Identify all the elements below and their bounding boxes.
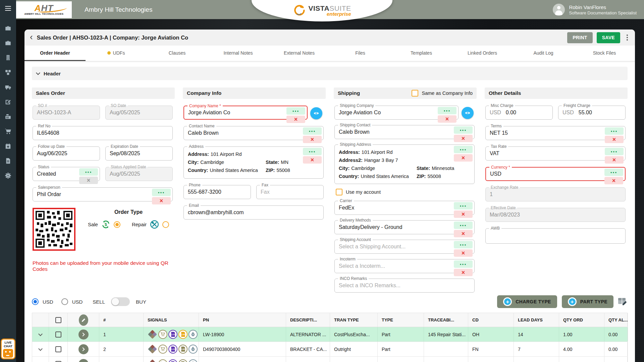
currency-radio-1[interactable] (32, 298, 39, 305)
currency-radio-2[interactable] (61, 298, 68, 305)
company-name-clear-button[interactable] (286, 116, 305, 123)
calendar-add-icon[interactable] (5, 143, 11, 149)
briefcase-alt-icon[interactable] (5, 40, 11, 46)
truck-icon[interactable] (5, 84, 11, 90)
status-field[interactable]: StatusCreated (33, 167, 100, 181)
shipping-contact-field[interactable]: Shipping ContactCaleb Brown (334, 125, 475, 139)
sell-buy-toggle[interactable] (111, 297, 130, 306)
tab-files[interactable]: Files (330, 46, 391, 61)
settings-icon[interactable] (5, 172, 11, 179)
back-button[interactable]: ‹ (29, 33, 36, 42)
edit-lines-button[interactable] (79, 314, 88, 326)
carrier-field[interactable]: CarrierFedEx (334, 201, 475, 215)
tab-linked-orders[interactable]: Linked Orders (452, 46, 513, 61)
contact-clear-button[interactable] (303, 136, 322, 143)
table-row[interactable]: 2 LCS LOR $ D4907003800400 BRACKET - CA.… (32, 342, 627, 357)
status-options-button[interactable] (79, 168, 98, 176)
shipping-company-options-button[interactable] (438, 107, 457, 114)
cubes-icon[interactable] (5, 69, 11, 76)
add-part-type-button[interactable]: + PART TYPE (562, 295, 613, 308)
carrier-options-button[interactable] (454, 202, 473, 209)
tab-order-header[interactable]: Order Header (24, 46, 86, 61)
terms-options-button[interactable] (605, 127, 624, 135)
company-name-options-button[interactable] (286, 107, 305, 115)
save-button[interactable]: SAVE (597, 32, 620, 43)
same-as-company-checkbox[interactable] (412, 90, 418, 97)
live-chat-button[interactable]: LIVECHAT (1, 339, 15, 359)
company-name-field[interactable]: Company Name *Jorge Aviation Co (183, 106, 308, 120)
email-field[interactable]: Emailcbrown@ambryhill.com (183, 205, 324, 220)
contact-name-field[interactable]: Contact NameCaleb Brown (183, 126, 324, 140)
contact-options-button[interactable] (303, 127, 322, 135)
follow-up-date-field[interactable]: Follow up DateAug/06/2025 (33, 146, 100, 161)
tax-rate-options-button[interactable] (605, 148, 624, 155)
row-checkbox[interactable] (55, 361, 61, 362)
delivery-methods-field[interactable]: Delivery MethodsSaturdayDelivery - Groun… (334, 220, 475, 234)
cart-icon[interactable] (5, 128, 11, 135)
header-section-expander[interactable]: Header (32, 67, 628, 80)
tax-rate-clear-button[interactable] (605, 156, 624, 164)
shipping-account-options-button[interactable] (454, 241, 473, 248)
table-row[interactable]: 3 LCS LOR $ AOG FEE EXPEDITE FEE... Char… (32, 357, 627, 362)
company-address-field[interactable]: Address Address:101 Airport Rd City:Camb… (183, 146, 324, 179)
tab-internal-notes[interactable]: Internal Notes (208, 46, 269, 61)
shipping-account-clear-button[interactable] (454, 249, 473, 257)
repair-radio[interactable] (162, 221, 169, 228)
terms-field[interactable]: TermsNET 15 (485, 126, 626, 140)
shipping-company-field[interactable]: Shipping CompanyJorge Aviation Co (334, 106, 459, 120)
shipping-company-clear-button[interactable] (438, 115, 457, 123)
tab-templates[interactable]: Templates (391, 46, 452, 61)
row-checkbox[interactable] (55, 331, 61, 338)
document-icon[interactable] (5, 158, 11, 164)
shipping-contact-clear-button[interactable] (454, 135, 473, 142)
ref-no-field[interactable]: Ref NoIL654608 (33, 126, 173, 140)
add-charge-type-button[interactable]: + CHARGE TYPE (497, 295, 557, 308)
misc-charge-field[interactable]: Misc Charge USD0.00 (485, 106, 553, 120)
delivery-clear-button[interactable] (454, 230, 473, 237)
use-my-account-checkbox[interactable] (336, 189, 342, 195)
phone-field[interactable]: Phone555-687-3200 (183, 185, 251, 199)
address-clear-button[interactable] (303, 156, 322, 164)
view-company-button[interactable] (310, 107, 322, 119)
delivery-options-button[interactable] (454, 222, 473, 229)
address-options-button[interactable] (303, 148, 322, 155)
cash-register-icon[interactable] (5, 113, 11, 120)
shipping-account-field[interactable]: Shipping AccountSelect a Shipping Accoun… (334, 240, 475, 254)
incoterm-field[interactable]: IncotermSelect a Incoterm... (334, 259, 475, 273)
fax-field[interactable]: FaxFax (256, 185, 324, 199)
tax-rate-field[interactable]: Tax RateVAT (485, 146, 626, 161)
open-line-button[interactable] (78, 344, 89, 354)
briefcase-icon[interactable] (5, 25, 11, 32)
row-checkbox[interactable] (55, 346, 61, 352)
expand-row-icon[interactable] (38, 347, 43, 351)
expand-row-icon[interactable] (38, 332, 43, 336)
carrier-clear-button[interactable] (454, 210, 473, 218)
menu-icon[interactable] (5, 5, 11, 12)
salesperson-field[interactable]: SalespersonPhil Ordar (33, 187, 173, 201)
select-all-checkbox[interactable] (55, 317, 61, 323)
currency-options-button[interactable] (604, 169, 623, 176)
shipping-address-clear-button[interactable] (454, 154, 473, 162)
more-menu-icon[interactable] (624, 34, 630, 41)
terms-clear-button[interactable] (605, 136, 624, 143)
tab-clauses[interactable]: Clauses (147, 46, 208, 61)
incoterm-clear-button[interactable] (454, 269, 473, 276)
salesperson-options-button[interactable] (152, 189, 171, 196)
tab-stock-files[interactable]: Stock Files (574, 46, 635, 61)
shipping-address-field[interactable]: Shipping Address Address:101 Airport Rd … (334, 144, 475, 184)
inco-remarks-field[interactable]: INCO RemarksSelect a INCO Remarks... (334, 279, 475, 293)
status-clear-button[interactable] (79, 177, 98, 184)
tab-audit-log[interactable]: Audit Log (513, 46, 574, 61)
expiration-date-field[interactable]: Expiration DateSep/08/2025 (105, 146, 173, 161)
salesperson-clear-button[interactable] (152, 197, 171, 204)
currency-field[interactable]: Currency *USD (485, 167, 626, 181)
view-shipping-company-button[interactable] (462, 107, 474, 119)
print-button[interactable]: PRINT (567, 32, 593, 43)
edit-icon[interactable] (5, 99, 11, 105)
freight-charge-field[interactable]: Freight Charge USD55.00 (558, 106, 626, 120)
tab-external-notes[interactable]: External Notes (269, 46, 330, 61)
building-icon[interactable] (5, 54, 11, 61)
table-row[interactable]: 1 LCS LOR $ LW-18900 ALTERNATOR ... Cost… (32, 327, 627, 342)
user-info[interactable]: Robin VanFlores Software Documentation S… (553, 4, 637, 16)
open-line-button[interactable] (78, 329, 89, 340)
